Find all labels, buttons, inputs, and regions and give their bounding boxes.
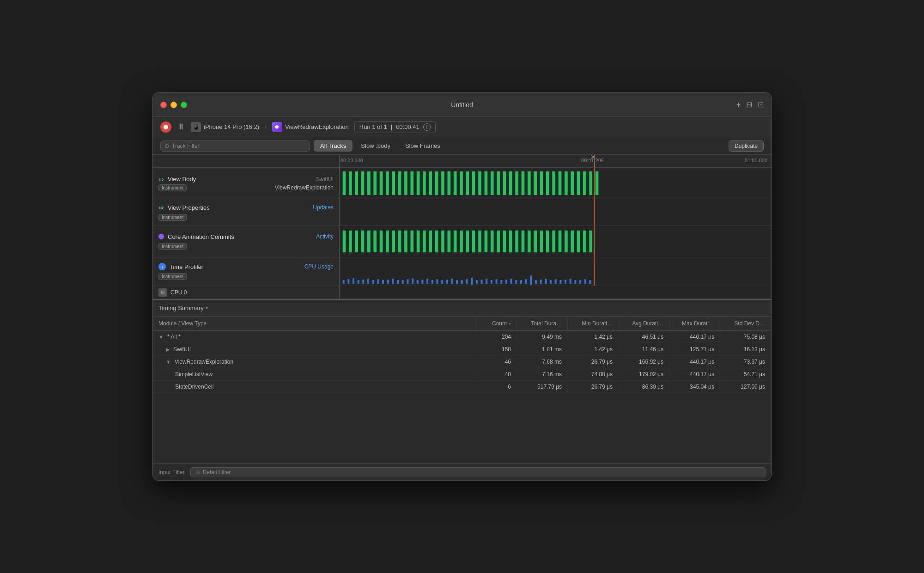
svg-rect-128 <box>550 280 552 284</box>
device-info: 📱 iPhone 14 Pro (16.2) <box>191 122 259 132</box>
bars-svg-view-body <box>340 168 771 199</box>
expand-toggle-0[interactable]: ▼ <box>158 334 164 340</box>
svg-rect-19 <box>460 171 463 195</box>
svg-rect-67 <box>485 231 488 252</box>
table-row: ▼ * All * 204 9.49 ms 1.42 μs 46.51 μs 4… <box>153 331 771 343</box>
maximize-button[interactable] <box>181 102 187 108</box>
td-min-4: 26.79 μs <box>568 381 619 393</box>
svg-rect-14 <box>429 171 432 195</box>
svg-rect-39 <box>583 171 586 195</box>
th-min-dur: Min Durati… <box>568 317 619 330</box>
svg-rect-56 <box>417 231 420 252</box>
svg-rect-0 <box>343 171 346 195</box>
device-name: iPhone 14 Pro (16.2) <box>204 123 259 130</box>
close-playhead-icon[interactable]: ✕ <box>590 155 595 160</box>
svg-rect-119 <box>505 280 507 284</box>
td-max-1: 125.71 μs <box>669 343 720 355</box>
track-filter-input[interactable]: ⊙ Track Filter <box>160 140 310 152</box>
info-icon[interactable]: i <box>423 123 431 131</box>
svg-rect-55 <box>410 231 413 252</box>
timing-summary-dropdown[interactable]: Timing Summary ▾ <box>158 305 208 311</box>
tab-slow-frames[interactable]: Slow Frames <box>399 140 447 152</box>
svg-rect-125 <box>535 280 537 284</box>
svg-rect-76 <box>540 231 543 252</box>
track-subtitle-time-profiler: CPU Usage <box>304 263 334 270</box>
table-row: SimpleListView 40 7.16 ms 74.88 μs 179.0… <box>153 368 771 381</box>
svg-rect-79 <box>559 231 562 252</box>
minimize-button[interactable] <box>170 102 177 108</box>
td-min-0: 1.42 μs <box>568 331 619 343</box>
svg-rect-15 <box>435 171 438 195</box>
svg-rect-112 <box>471 278 473 285</box>
svg-rect-70 <box>503 231 506 252</box>
cpu-sidebar: ⊟ CPU 0 <box>153 286 340 299</box>
svg-rect-95 <box>387 280 389 284</box>
pause-button[interactable]: ⏸ <box>177 122 185 132</box>
td-count-4: 6 <box>475 381 517 393</box>
expand-toggle-2[interactable]: ▼ <box>166 359 171 365</box>
tab-slow-body[interactable]: Slow .body <box>354 140 397 152</box>
track-content-view-body <box>340 168 771 199</box>
data-table[interactable]: Module / View Type Count ▾ Total Dura… M… <box>153 317 771 463</box>
expand-toggle-1[interactable]: ▶ <box>166 347 170 353</box>
svg-rect-88 <box>353 278 354 284</box>
td-count-2: 46 <box>475 356 517 368</box>
svg-rect-38 <box>577 171 580 195</box>
svg-rect-1 <box>349 171 352 195</box>
chevron-right-icon: › <box>265 124 267 130</box>
track-name-core-anim: Core Animation Commits <box>168 233 234 240</box>
svg-rect-81 <box>571 231 574 252</box>
track-header-view-body: ⇔ View Body SwiftUI <box>158 176 334 183</box>
expand-icon-view-props[interactable]: ⇔ <box>158 204 164 211</box>
track-header-view-props: ⇔ View Properties Updates <box>158 204 334 211</box>
track-sidebar-time-profiler: i Time Profiler CPU Usage Instrument <box>153 257 340 286</box>
track-left-core-anim: Core Animation Commits <box>158 233 234 240</box>
title-right-controls: + ⊟ ⊡ <box>736 100 764 109</box>
td-std-4: 127.00 μs <box>720 381 771 393</box>
split-view-icon[interactable]: ⊟ <box>746 100 752 109</box>
svg-rect-2 <box>355 171 358 195</box>
separator: | <box>391 123 392 130</box>
svg-rect-102 <box>421 280 423 284</box>
th-count[interactable]: Count ▾ <box>475 317 517 330</box>
svg-rect-36 <box>565 171 568 195</box>
svg-rect-90 <box>362 280 364 284</box>
tab-all-tracks[interactable]: All Tracks <box>314 140 353 152</box>
svg-rect-20 <box>466 171 469 195</box>
td-name-3: SimpleListView <box>175 371 213 378</box>
td-name-4: StateDrivenCell <box>175 384 213 390</box>
sort-icon-count: ▾ <box>509 321 511 326</box>
svg-rect-72 <box>515 231 518 252</box>
th-std-dev: Std Dev D… <box>720 317 771 330</box>
duplicate-button[interactable]: Duplicate <box>729 140 764 152</box>
layout-icon[interactable]: ⊡ <box>758 100 764 109</box>
svg-rect-29 <box>522 171 525 195</box>
app-icon: ⬟ <box>272 122 282 132</box>
track-row: ⇔ View Body SwiftUI Instrument ViewRedra… <box>153 168 771 199</box>
svg-rect-24 <box>491 171 494 195</box>
svg-rect-100 <box>412 278 413 284</box>
expand-icon-view-body[interactable]: ⇔ <box>158 176 164 183</box>
svg-rect-34 <box>552 171 555 195</box>
input-filter-label[interactable]: Input Filter <box>158 469 185 475</box>
close-button[interactable] <box>160 102 167 108</box>
svg-rect-18 <box>454 171 457 195</box>
td-total-2: 7.68 ms <box>517 356 568 368</box>
detail-filter-input[interactable]: ⊙ Detail Filter <box>190 467 766 477</box>
td-total-0: 9.49 ms <box>517 331 568 343</box>
record-button[interactable] <box>160 122 171 133</box>
run-duration: 00:00:41 <box>396 123 419 130</box>
track-type-view-body: SwiftUI <box>316 176 334 183</box>
add-track-icon[interactable]: + <box>736 101 741 109</box>
cpu-row: ⊟ CPU 0 <box>153 286 771 299</box>
svg-rect-82 <box>577 231 580 252</box>
svg-rect-64 <box>466 231 469 252</box>
svg-rect-66 <box>478 231 481 252</box>
svg-rect-52 <box>392 231 395 252</box>
svg-rect-111 <box>466 279 468 284</box>
cpu-icon: ⊟ <box>158 288 167 297</box>
svg-rect-40 <box>589 171 592 195</box>
svg-rect-124 <box>530 275 532 285</box>
diamond-icon-core-anim <box>158 234 164 239</box>
td-std-1: 16.13 μs <box>720 343 771 355</box>
